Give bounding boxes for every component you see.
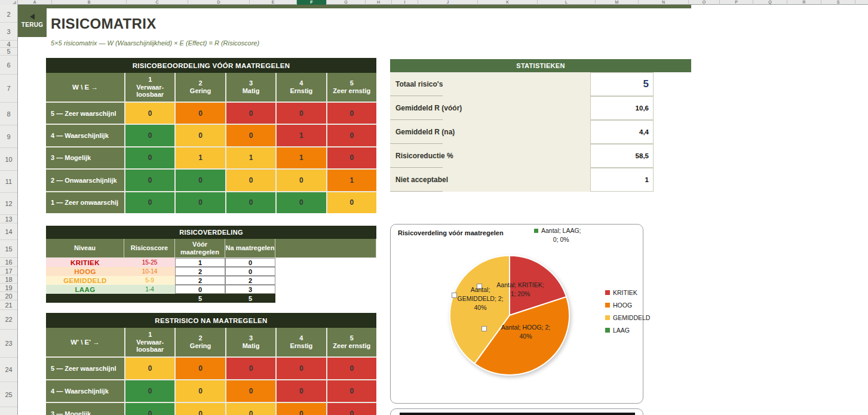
matrix-cell[interactable]: 0 — [327, 125, 376, 146]
matrix-cell[interactable]: 0 — [277, 170, 326, 190]
column-header-l[interactable]: L — [538, 0, 596, 5]
column-header-o[interactable]: O — [689, 0, 720, 5]
matrix-cell[interactable]: 0 — [125, 358, 174, 379]
row-header[interactable]: 17 — [0, 267, 17, 275]
matrix-cell[interactable]: 0 — [226, 380, 275, 402]
matrix-cell[interactable]: 0 — [277, 403, 326, 415]
column-header-d[interactable]: D — [188, 0, 250, 5]
row-header[interactable]: 15 — [0, 240, 17, 258]
matrix-cell[interactable]: 0 — [125, 103, 174, 124]
row-header[interactable]: 5 — [0, 48, 17, 56]
select-all-corner[interactable] — [0, 0, 18, 5]
matrix-cell[interactable]: 0 — [176, 403, 225, 415]
matrix-cell[interactable]: 0 — [327, 380, 376, 402]
row-header[interactable]: 22 — [0, 310, 17, 330]
pie-chart-box[interactable]: Risicoverdeling vóór maatregelen Aantal;… — [390, 224, 643, 404]
column-header-i[interactable]: I — [392, 0, 418, 5]
matrix-cell[interactable]: 0 — [176, 358, 225, 379]
matrix-cell[interactable]: 1 — [277, 147, 326, 168]
row-header[interactable]: 13 — [0, 215, 17, 223]
matrix-cell[interactable]: 0 — [226, 125, 275, 146]
column-header-f-selected[interactable]: F — [297, 0, 327, 5]
row-header[interactable]: 18 — [0, 275, 17, 284]
matrix-cell[interactable]: 0 — [226, 358, 275, 379]
row-header[interactable]: 4 — [0, 41, 17, 48]
legend-item[interactable]: GEMIDDELD — [605, 314, 650, 321]
matrix-cell[interactable]: 0 — [226, 403, 275, 415]
second-chart-box[interactable] — [390, 408, 643, 415]
legend-item[interactable]: KRITIEK — [605, 289, 650, 296]
matrix-cell[interactable]: 0 — [327, 103, 376, 124]
stat-value[interactable]: 10,6 — [590, 96, 654, 120]
matrix-cell[interactable]: 1 — [327, 170, 376, 190]
count-before[interactable]: 0 — [175, 285, 225, 294]
terug-back-button[interactable]: TERUG — [18, 5, 47, 37]
matrix-cell[interactable]: 0 — [277, 192, 326, 213]
matrix-cell[interactable]: 0 — [277, 380, 326, 402]
column-header-m[interactable]: M — [596, 0, 639, 5]
column-header-r[interactable]: R — [787, 0, 821, 5]
matrix-cell[interactable]: 0 — [176, 125, 225, 146]
column-header-k[interactable]: K — [478, 0, 538, 5]
matrix-cell[interactable]: 1 — [176, 147, 225, 168]
column-header-c[interactable]: C — [127, 0, 188, 5]
matrix-cell[interactable]: 1 — [226, 147, 275, 168]
column-header-g[interactable]: G — [327, 0, 366, 5]
matrix-cell[interactable]: 0 — [176, 103, 225, 124]
matrix-cell[interactable]: 0 — [176, 380, 225, 402]
matrix-cell[interactable]: 0 — [176, 170, 225, 190]
count-after[interactable]: 0 — [225, 258, 275, 267]
row-header[interactable]: 23 — [0, 330, 17, 358]
matrix-cell[interactable]: 0 — [277, 103, 326, 124]
matrix-cell[interactable]: 0 — [327, 403, 376, 415]
matrix-cell[interactable]: 0 — [125, 125, 174, 146]
row-header[interactable]: 12 — [0, 193, 17, 215]
matrix-cell[interactable]: 0 — [327, 192, 376, 213]
stat-value[interactable]: 4,4 — [590, 120, 654, 144]
count-before[interactable]: 2 — [175, 276, 225, 285]
row-header[interactable]: 20 — [0, 292, 17, 300]
column-header-b[interactable]: B — [52, 0, 127, 5]
matrix-cell[interactable]: 0 — [327, 358, 376, 379]
row-header[interactable]: 19 — [0, 284, 17, 292]
column-header-p[interactable]: P — [720, 0, 753, 5]
row-header[interactable]: 11 — [0, 171, 17, 193]
column-header-h[interactable]: H — [366, 0, 392, 5]
column-header-a[interactable]: A — [18, 0, 52, 5]
stat-value[interactable]: 1 — [590, 168, 654, 192]
row-header[interactable]: 16 — [0, 258, 17, 267]
row-header[interactable]: 6 — [0, 56, 17, 75]
matrix-cell[interactable]: 0 — [277, 358, 326, 379]
row-header[interactable]: 10 — [0, 148, 17, 171]
matrix-cell[interactable]: 0 — [327, 147, 376, 168]
row-header[interactable]: 3 — [0, 23, 17, 41]
legend-item[interactable]: HOOG — [605, 302, 650, 309]
column-header-n[interactable]: N — [639, 0, 689, 5]
matrix-cell[interactable]: 1 — [277, 125, 326, 146]
count-before[interactable]: 1 — [175, 258, 225, 267]
matrix-cell[interactable]: 0 — [226, 170, 275, 190]
row-header[interactable]: 7 — [0, 75, 17, 103]
row-header[interactable]: 14 — [0, 223, 17, 240]
matrix-cell[interactable]: 0 — [226, 103, 275, 124]
matrix-cell[interactable]: 0 — [176, 192, 225, 213]
count-after[interactable]: 0 — [225, 267, 275, 276]
matrix-cell[interactable]: 0 — [125, 380, 174, 402]
stat-value[interactable]: 5 — [590, 72, 654, 96]
row-header[interactable]: 25 — [0, 382, 17, 407]
row-header[interactable]: 8 — [0, 103, 17, 125]
stat-value[interactable]: 58,5 — [590, 144, 654, 168]
matrix-cell[interactable]: 0 — [226, 192, 275, 213]
legend-item[interactable]: LAAG — [605, 327, 650, 334]
column-header-e[interactable]: E — [250, 0, 297, 5]
row-header[interactable]: 21 — [0, 300, 17, 310]
count-after[interactable]: 3 — [225, 285, 275, 294]
matrix-cell[interactable]: 0 — [125, 170, 174, 190]
matrix-cell[interactable]: 0 — [125, 403, 174, 415]
count-before[interactable]: 2 — [175, 267, 225, 276]
matrix-cell[interactable]: 0 — [125, 147, 174, 168]
count-after[interactable]: 2 — [225, 276, 275, 285]
column-header-s[interactable]: S — [821, 0, 855, 5]
row-header[interactable]: 9 — [0, 125, 17, 148]
matrix-cell[interactable]: 0 — [125, 192, 174, 213]
